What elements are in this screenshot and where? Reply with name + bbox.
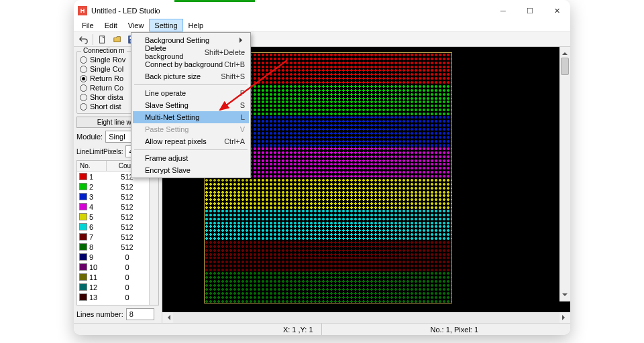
table-row[interactable]: 7512: [77, 232, 149, 242]
menu-item-delete-background[interactable]: Delete backgroundShift+Delete: [133, 46, 249, 58]
close-button[interactable]: ✕: [543, 3, 570, 19]
status-bar: X: 1 ,Y: 1 No.: 1, Pixel: 1: [74, 323, 570, 335]
menu-separator: [134, 84, 248, 85]
new-button[interactable]: [96, 33, 109, 46]
menu-separator: [134, 149, 248, 150]
toolbar-separator: [93, 34, 93, 45]
linelimit-label: LineLimitPixels:: [76, 148, 123, 155]
lines-number-input[interactable]: 8: [126, 308, 154, 320]
app-icon: H: [78, 6, 87, 15]
pixel-band: [205, 287, 451, 303]
canvas-vscroll[interactable]: [559, 47, 570, 301]
menu-setting[interactable]: Setting: [149, 19, 182, 31]
menu-item-allow-repeat-pixels[interactable]: Allow repeat pixelsCtrl+A: [133, 135, 249, 147]
pixel-band: [205, 224, 451, 240]
setting-dropdown: Background SettingDelete backgroundShift…: [131, 32, 251, 178]
menu-view[interactable]: View: [123, 19, 150, 31]
menu-item-encrypt-slave[interactable]: Encrypt Slave: [133, 164, 249, 176]
scroll-thumb[interactable]: [561, 58, 569, 75]
pixel-band: [205, 194, 451, 209]
table-row[interactable]: 3512: [77, 192, 149, 202]
status-pixel: No.: 1, Pixel: 1: [423, 326, 487, 334]
table-row[interactable]: 130: [77, 292, 149, 302]
table-row[interactable]: 100: [77, 262, 149, 272]
menu-item-frame-adjust[interactable]: Frame adjust: [133, 152, 249, 164]
canvas-hscroll[interactable]: [162, 312, 570, 323]
app-window: H Untitled - LED Studio ─ ☐ ✕ File Edit …: [74, 0, 570, 335]
scroll-right-icon[interactable]: [559, 312, 570, 323]
module-label: Module:: [76, 133, 103, 141]
table-row[interactable]: 4512: [77, 202, 149, 212]
menu-item-slave-setting[interactable]: Slave SettingS: [133, 99, 249, 111]
pixel-band: [205, 178, 451, 194]
table-scrollbar[interactable]: [149, 161, 158, 305]
pixel-band: [205, 241, 451, 256]
menu-help[interactable]: Help: [183, 19, 209, 31]
pixel-band: [205, 209, 451, 224]
title-bar: H Untitled - LED Studio ─ ☐ ✕: [74, 3, 570, 19]
table-row[interactable]: 8512: [77, 242, 149, 252]
scroll-up-icon[interactable]: [559, 47, 570, 58]
col-no[interactable]: No.: [77, 161, 107, 171]
open-button[interactable]: [111, 33, 124, 46]
lines-table: No. Count 151225123512451255126512751285…: [76, 160, 159, 305]
menu-item-connect-by-background[interactable]: Connect by backgroundCtrl+B: [133, 58, 249, 70]
maximize-button[interactable]: ☐: [517, 3, 543, 19]
menu-bar: File Edit View Setting Help Background S…: [74, 19, 570, 32]
group-title: Connection m: [81, 47, 127, 54]
menu-item-paste-setting: Paste SettingV: [133, 123, 249, 135]
menu-item-line-operate[interactable]: Line operateP: [133, 87, 249, 99]
undo-button[interactable]: [76, 33, 90, 46]
table-row[interactable]: 110: [77, 272, 149, 282]
table-row[interactable]: 2512: [77, 182, 149, 192]
pixel-band: [205, 271, 451, 287]
table-row[interactable]: 120: [77, 282, 149, 292]
table-row[interactable]: 5512: [77, 212, 149, 222]
table-row[interactable]: 90: [77, 252, 149, 262]
scroll-down-icon[interactable]: [559, 291, 570, 301]
lines-number-label: Lines number:: [76, 310, 123, 318]
status-xy: X: 1 ,Y: 1: [275, 326, 321, 334]
minimize-button[interactable]: ─: [490, 3, 517, 19]
menu-edit[interactable]: Edit: [99, 19, 123, 31]
pixel-band: [205, 256, 451, 271]
menu-item-multi-net-setting[interactable]: Multi-Net SettingL: [133, 111, 249, 123]
top-accent-strip: [74, 0, 570, 3]
table-row[interactable]: 6512: [77, 222, 149, 232]
menu-file[interactable]: File: [76, 19, 99, 31]
scroll-left-icon[interactable]: [162, 312, 173, 323]
window-title: Untitled - LED Studio: [91, 7, 490, 15]
menu-item-back-picture-size[interactable]: Back picture sizeShift+S: [133, 70, 249, 82]
